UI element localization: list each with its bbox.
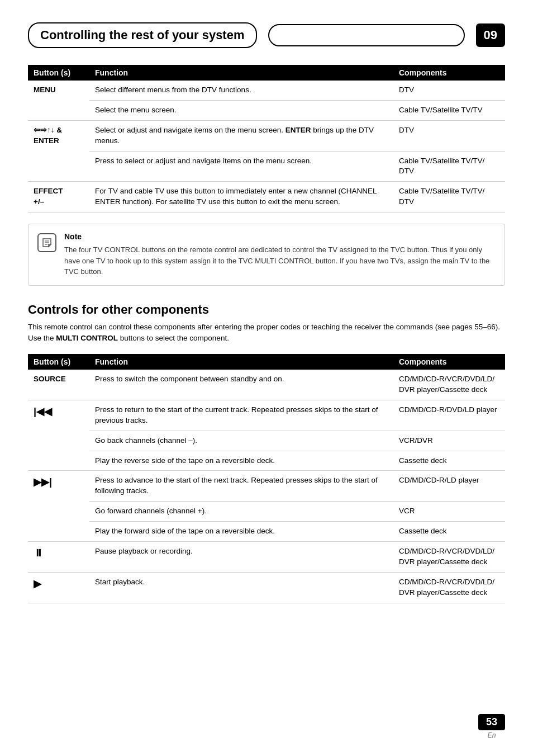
button-source: SOURCE: [28, 370, 89, 400]
second-table-col-button: Button (s): [28, 354, 89, 370]
table-row: Press to select or adjust and navigate i…: [28, 151, 505, 182]
table-row: Go back channels (channel –). VCR/DVR: [28, 431, 505, 451]
component-enter-2: Cable TV/Satellite TV/TV/ DTV: [393, 151, 505, 182]
table-row: Select the menu screen. Cable TV/Satelli…: [28, 100, 505, 120]
component-prev-1: CD/MD/CD-R/DVD/LD player: [393, 400, 505, 431]
table-row: Play the forward side of the tape on a r…: [28, 522, 505, 542]
first-table-col-button: Button (s): [28, 65, 89, 81]
table-row: EFFECT +/– For TV and cable TV use this …: [28, 182, 505, 212]
button-play: ▶: [28, 572, 89, 603]
subtitle-box: [268, 24, 465, 46]
lang-label: En: [488, 731, 496, 739]
note-icon: [37, 233, 56, 252]
chapter-badge: 09: [476, 23, 505, 47]
button-enter: ⇦⇨↑↓ & ENTER: [28, 120, 89, 182]
table-row: MENU Select different menus from the DTV…: [28, 81, 505, 100]
note-box: Note The four TV CONTROL buttons on the …: [28, 224, 505, 286]
table-row: ⏸ Pause playback or recording. CD/MD/CD-…: [28, 542, 505, 573]
component-prev-2: VCR/DVR: [393, 431, 505, 451]
component-menu-2: Cable TV/Satellite TV/TV: [393, 100, 505, 120]
function-enter-1: Select or adjust and navigate items on t…: [89, 120, 393, 151]
section-intro: This remote control can control these co…: [28, 322, 505, 344]
component-play: CD/MD/CD-R/VCR/DVD/LD/ DVR player/Casset…: [393, 572, 505, 603]
table-row: Go forward channels (channel +). VCR: [28, 502, 505, 522]
function-effect-1: For TV and cable TV use this button to i…: [89, 182, 393, 212]
function-prev-3: Play the reverse side of the tape on a r…: [89, 451, 393, 471]
function-menu-1: Select different menus from the DTV func…: [89, 81, 393, 100]
component-effect-1: Cable TV/Satellite TV/TV/ DTV: [393, 182, 505, 212]
component-next-2: VCR: [393, 502, 505, 522]
function-play: Start playback.: [89, 572, 393, 603]
function-prev-1: Press to return to the start of the curr…: [89, 400, 393, 431]
button-pause: ⏸: [28, 542, 89, 573]
function-enter-2: Press to select or adjust and navigate i…: [89, 151, 393, 182]
component-menu-1: DTV: [393, 81, 505, 100]
first-table: Button (s) Function Components MENU Sele…: [28, 65, 505, 212]
button-prev: |◀◀: [28, 400, 89, 471]
button-menu: MENU: [28, 81, 89, 120]
button-effect: EFFECT +/–: [28, 182, 89, 212]
footer: 53 En: [478, 714, 505, 739]
component-source: CD/MD/CD-R/VCR/DVD/LD/ DVR player/Casset…: [393, 370, 505, 400]
function-prev-2: Go back channels (channel –).: [89, 431, 393, 451]
table-row: Play the reverse side of the tape on a r…: [28, 451, 505, 471]
page-number: 53: [478, 714, 505, 730]
note-text: The four TV CONTROL buttons on the remot…: [64, 244, 496, 277]
section-heading: Controls for other components: [28, 303, 505, 317]
table-row: ▶ Start playback. CD/MD/CD-R/VCR/DVD/LD/…: [28, 572, 505, 603]
page-header: Controlling the rest of your system 09: [28, 22, 505, 48]
page-title: Controlling the rest of your system: [28, 22, 257, 48]
note-title: Note: [64, 232, 496, 241]
component-prev-3: Cassette deck: [393, 451, 505, 471]
page-container: Controlling the rest of your system 09 B…: [0, 0, 533, 756]
button-next: ▶▶|: [28, 471, 89, 542]
component-pause: CD/MD/CD-R/VCR/DVD/LD/ DVR player/Casset…: [393, 542, 505, 573]
component-next-1: CD/MD/CD-R/LD player: [393, 471, 505, 502]
function-next-1: Press to advance to the start of the nex…: [89, 471, 393, 502]
component-next-3: Cassette deck: [393, 522, 505, 542]
note-content: Note The four TV CONTROL buttons on the …: [64, 232, 496, 277]
second-table-col-function: Function: [89, 354, 393, 370]
function-menu-2: Select the menu screen.: [89, 100, 393, 120]
component-enter-1: DTV: [393, 120, 505, 151]
table-row: ⇦⇨↑↓ & ENTER Select or adjust and naviga…: [28, 120, 505, 151]
table-row: |◀◀ Press to return to the start of the …: [28, 400, 505, 431]
function-next-3: Play the forward side of the tape on a r…: [89, 522, 393, 542]
first-table-col-function: Function: [89, 65, 393, 81]
function-next-2: Go forward channels (channel +).: [89, 502, 393, 522]
second-table: Button (s) Function Components SOURCE Pr…: [28, 354, 505, 603]
table-row: ▶▶| Press to advance to the start of the…: [28, 471, 505, 502]
function-source: Press to switch the component between st…: [89, 370, 393, 400]
function-pause: Pause playback or recording.: [89, 542, 393, 573]
second-table-col-components: Components: [393, 354, 505, 370]
table-row: SOURCE Press to switch the component bet…: [28, 370, 505, 400]
first-table-col-components: Components: [393, 65, 505, 81]
